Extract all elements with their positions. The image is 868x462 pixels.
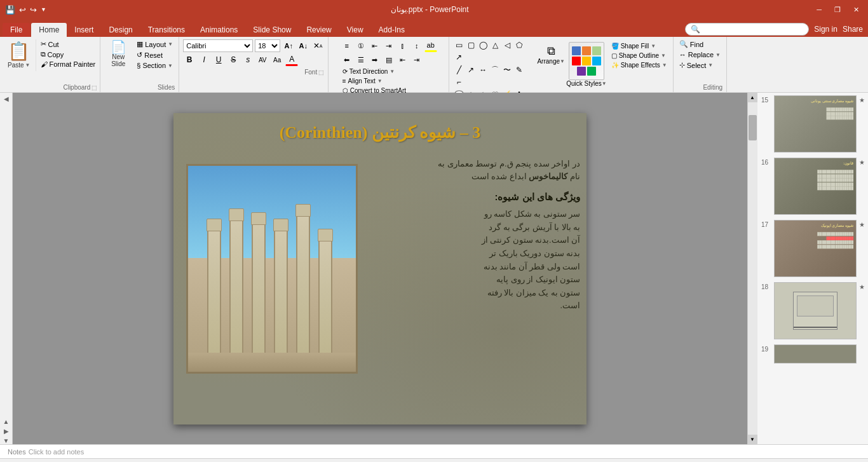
customize-qat-icon[interactable]: ▼: [41, 6, 46, 13]
scroll-up-arrow[interactable]: ▲: [3, 418, 10, 425]
align-right-button[interactable]: ➡: [369, 53, 381, 66]
restore-button[interactable]: ❐: [831, 4, 844, 15]
tab-animations[interactable]: Animations: [193, 23, 245, 37]
align-left-button[interactable]: ⬅: [341, 53, 353, 66]
scroll-thumb[interactable]: [749, 115, 757, 140]
cut-button[interactable]: ✂ Cut: [39, 39, 98, 49]
rectangle-shape[interactable]: ▭: [453, 39, 465, 51]
notes-bar[interactable]: Notes Click to add notes: [0, 444, 868, 458]
scribble-shape[interactable]: ✎: [513, 64, 525, 76]
tab-view[interactable]: View: [339, 23, 371, 37]
bullets-button[interactable]: ≡: [341, 39, 353, 52]
select-button[interactable]: ⊹ Select ▼: [677, 60, 722, 70]
tab-addins[interactable]: Add-Ins: [371, 23, 412, 37]
rtriangle-shape[interactable]: ◁: [501, 39, 513, 51]
triangle-shape[interactable]: △: [489, 39, 501, 51]
tab-home[interactable]: Home: [31, 23, 67, 37]
vertical-scrollbar[interactable]: ▲ ▼: [747, 93, 757, 444]
slide-image[interactable]: [186, 164, 358, 374]
undo-icon[interactable]: ↩: [19, 5, 26, 15]
shape-outline-button[interactable]: ▢ Shape Outline ▼: [609, 51, 669, 60]
align-text-button[interactable]: ≡ Align Text ▼: [341, 77, 384, 85]
scroll-up-button[interactable]: ▲: [748, 93, 757, 102]
highlight-button[interactable]: ab: [424, 39, 437, 52]
clipboard-expand-icon[interactable]: ⬚: [92, 85, 97, 91]
align-center-button[interactable]: ☰: [355, 53, 367, 66]
slide-text-area[interactable]: در اواخر سده پنجم ق.م توسط معماری به نام…: [361, 158, 580, 313]
curve-shape[interactable]: ⌒: [489, 64, 501, 76]
decrease-indent-button[interactable]: ⇤: [369, 39, 381, 52]
quick-styles-button[interactable]: [569, 42, 604, 80]
font-size-select[interactable]: 18: [255, 39, 280, 52]
freeform-shape[interactable]: 〜: [501, 64, 513, 76]
paste-button[interactable]: 📋 Paste ▼: [4, 39, 36, 71]
tab-slideshow[interactable]: Slide Show: [245, 23, 299, 37]
line-spacing-button[interactable]: ↕: [410, 39, 423, 52]
thumbnail-16[interactable]: 16 قانون: ██████████████████████████████…: [757, 155, 868, 217]
rtl-button[interactable]: ⇤: [397, 53, 409, 66]
change-case-button[interactable]: Aa: [271, 53, 283, 66]
pentagon-shape[interactable]: ⬠: [513, 39, 525, 51]
dbl-arrow-shape[interactable]: ↔: [477, 64, 489, 76]
strikethrough-button[interactable]: S: [227, 53, 240, 66]
increase-font-button[interactable]: A↑: [282, 39, 295, 52]
tab-file[interactable]: File: [3, 23, 30, 37]
arrange-button[interactable]: ⧉ Arrange ▼: [538, 42, 564, 67]
font-color-button[interactable]: A: [285, 53, 298, 66]
tab-transitions[interactable]: Transitions: [140, 23, 193, 37]
char-spacing-button[interactable]: AV: [256, 53, 269, 66]
scroll-down-arrow[interactable]: ▼: [3, 437, 10, 444]
font-expand-icon[interactable]: ⬚: [318, 69, 324, 76]
scroll-shape[interactable]: ↗: [453, 51, 465, 63]
font-name-select[interactable]: Calibri: [183, 39, 253, 52]
replace-button[interactable]: ↔ Replace ▼: [677, 50, 722, 59]
italic-button[interactable]: I: [198, 53, 210, 66]
copy-button[interactable]: ⧉ Copy: [39, 50, 98, 59]
minimize-button[interactable]: ─: [813, 4, 825, 15]
panel-collapse-icon[interactable]: ◀: [4, 95, 9, 102]
increase-indent-button[interactable]: ⇥: [383, 39, 395, 52]
numbering-button[interactable]: ①: [355, 39, 367, 52]
columns-button[interactable]: ⫿: [397, 39, 409, 52]
scroll-track[interactable]: [748, 102, 757, 435]
shape-effects-button[interactable]: ✨ Shape Effects ▼: [609, 61, 669, 69]
redo-icon[interactable]: ↪: [30, 5, 37, 15]
sign-in-button[interactable]: Sign in: [814, 25, 837, 34]
section-button[interactable]: § Section ▼: [135, 61, 175, 70]
decrease-font-button[interactable]: A↓: [297, 39, 309, 52]
text-direction-button[interactable]: ⟳ Text Direction ▼: [341, 67, 397, 76]
thumbnail-19-partial[interactable]: 19: [757, 342, 868, 366]
clear-formatting-button[interactable]: ✕A: [311, 39, 324, 52]
thumbnail-17[interactable]: 17 شیوه معماری ایونیک ████████████████ █…: [757, 217, 868, 280]
tab-insert[interactable]: Insert: [67, 23, 101, 37]
underline-button[interactable]: U: [212, 53, 225, 66]
find-button[interactable]: 🔍 Find: [677, 39, 722, 49]
format-painter-button[interactable]: 🖌 Format Painter: [39, 60, 98, 69]
slide[interactable]: 3 – شیوه کرنتین (Corinthien): [173, 113, 587, 425]
shape-fill-button[interactable]: 🪣 Shape Fill ▼: [609, 42, 669, 50]
tell-me-input[interactable]: 🔍 Tell me what you want to do...: [685, 23, 809, 36]
ltr-button[interactable]: ⇥: [410, 53, 423, 66]
text-shadow-button[interactable]: s: [241, 53, 254, 66]
line-shape[interactable]: ╱: [453, 64, 465, 76]
thumbnail-15[interactable]: 15 شیوه معماری سنتی یونانی █████████████…: [757, 93, 868, 155]
close-button[interactable]: ✕: [850, 4, 863, 15]
reset-button[interactable]: ↺ Reset: [135, 50, 175, 60]
tab-design[interactable]: Design: [101, 23, 140, 37]
bold-button[interactable]: B: [183, 53, 196, 66]
oval-shape[interactable]: ◯: [477, 39, 489, 51]
new-slide-button[interactable]: 📄 New Slide: [104, 39, 132, 69]
justify-button[interactable]: ▤: [383, 53, 395, 66]
arrow-shape[interactable]: ↗: [465, 64, 477, 76]
rounded-rect-shape[interactable]: ▢: [465, 39, 477, 51]
share-button[interactable]: Share: [843, 25, 863, 34]
save-icon[interactable]: 💾: [5, 5, 15, 15]
scroll-down-button[interactable]: ▼: [748, 435, 757, 444]
scroll-center-icon[interactable]: ▶: [4, 428, 9, 435]
connector-shape[interactable]: ⌐: [453, 76, 465, 88]
layout-button[interactable]: ▦ Layout ▼: [135, 39, 175, 49]
thumbnail-18[interactable]: 18 ★: [757, 280, 868, 342]
slide-title[interactable]: 3 – شیوه کرنتین (Corinthien): [173, 123, 587, 142]
tab-review[interactable]: Review: [299, 23, 339, 37]
status-bar: Slide 11 of 40 📝 English (United States)…: [0, 458, 868, 462]
